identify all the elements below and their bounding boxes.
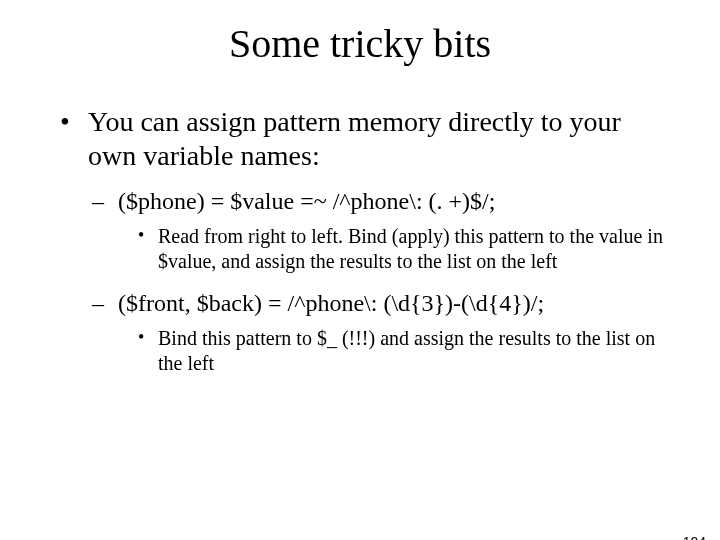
bullet-text: ($phone) = $value =~ /^phone\: (. +)$/;	[118, 188, 495, 214]
bullet-level-1: You can assign pattern memory directly t…	[60, 105, 670, 172]
slide-body: You can assign pattern memory directly t…	[0, 105, 720, 376]
bullet-level-3: Read from right to left. Bind (apply) th…	[138, 224, 670, 274]
bullet-level-2: ($front, $back) = /^phone\: (\d{3})-(\d{…	[92, 288, 670, 318]
slide: Some tricky bits You can assign pattern …	[0, 20, 720, 540]
bullet-level-3: Bind this pattern to $_ (!!!) and assign…	[138, 326, 670, 376]
page-number: 104	[683, 534, 706, 540]
bullet-level-2: ($phone) = $value =~ /^phone\: (. +)$/;	[92, 186, 670, 216]
bullet-text: You can assign pattern memory directly t…	[88, 106, 621, 171]
bullet-text: Bind this pattern to $_ (!!!) and assign…	[158, 327, 655, 374]
bullet-text: Read from right to left. Bind (apply) th…	[158, 225, 663, 272]
bullet-text: ($front, $back) = /^phone\: (\d{3})-(\d{…	[118, 290, 544, 316]
slide-title: Some tricky bits	[0, 20, 720, 67]
